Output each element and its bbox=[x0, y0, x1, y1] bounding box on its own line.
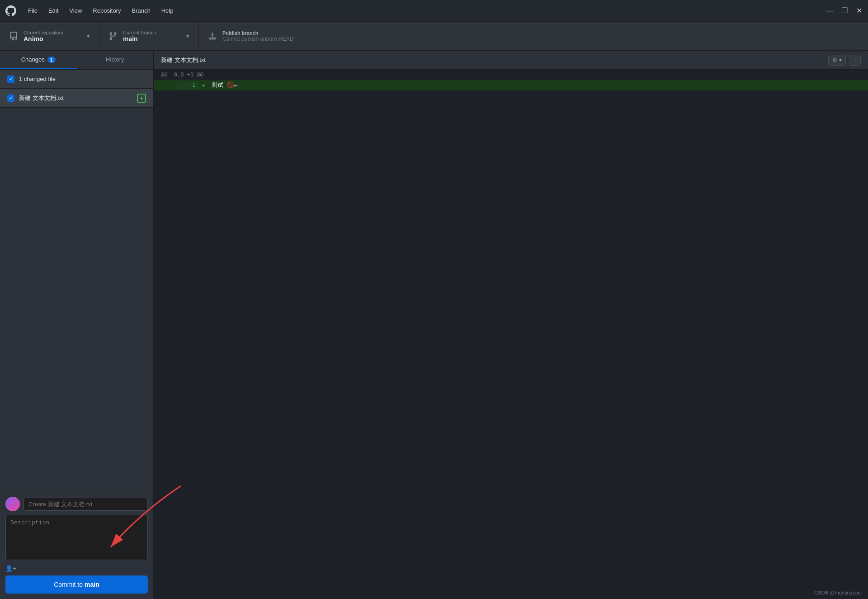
settings-icon: ⚙ bbox=[832, 57, 837, 63]
current-branch-section[interactable]: Current branch main ▾ bbox=[99, 22, 199, 50]
publish-subtitle: Cannot publish unborn HEAD bbox=[222, 36, 293, 42]
list-item[interactable]: ✓ 新建 文本文档.txt + bbox=[0, 89, 153, 108]
diff-line-num-old bbox=[154, 84, 176, 86]
diff-area: 新建 文本文档.txt ⚙ ▾ + @@ -0,0 +1 @@ 1 + 测试 🚫… bbox=[154, 51, 868, 599]
menu-file[interactable]: File bbox=[24, 5, 42, 16]
branch-text-group: Current branch main bbox=[123, 30, 156, 43]
commit-title-row bbox=[5, 497, 148, 511]
diff-settings-button[interactable]: ⚙ ▾ bbox=[828, 55, 846, 66]
add-coauthor-button[interactable]: 👤+ bbox=[5, 565, 16, 572]
diff-filename: 新建 文本文档.txt bbox=[161, 56, 206, 64]
changes-badge: 1 bbox=[47, 57, 56, 63]
changed-files-count: 1 changed file bbox=[19, 76, 56, 82]
repo-label: Current repository bbox=[24, 30, 63, 35]
menu-help[interactable]: Help bbox=[157, 5, 178, 16]
maximize-button[interactable]: ❐ bbox=[841, 7, 848, 14]
changed-files-header: ✓ 1 changed file bbox=[0, 70, 153, 89]
menu-view[interactable]: View bbox=[65, 5, 86, 16]
watermark: CSDN @FightingLod bbox=[814, 590, 861, 595]
window-controls: — ❐ ✕ bbox=[826, 7, 863, 14]
close-button[interactable]: ✕ bbox=[855, 7, 863, 14]
diff-line-sign: + bbox=[199, 81, 208, 90]
commit-footer: 👤+ bbox=[5, 565, 148, 572]
coauthor-icon: 👤+ bbox=[5, 565, 16, 572]
commit-button-branch: main bbox=[85, 581, 99, 588]
tab-history[interactable]: History bbox=[77, 51, 154, 69]
settings-dropdown-icon: ▾ bbox=[839, 57, 842, 63]
menu-repository[interactable]: Repository bbox=[88, 5, 125, 16]
diff-line-num-new: 1 bbox=[176, 81, 199, 89]
branch-dropdown-icon: ▾ bbox=[186, 33, 189, 39]
diff-hunk-header: @@ -0,0 +1 @@ bbox=[154, 70, 868, 80]
menu-edit[interactable]: Edit bbox=[44, 5, 63, 16]
publish-text-group: Publish branch Cannot publish unborn HEA… bbox=[222, 30, 293, 42]
tab-changes-label: Changes bbox=[21, 56, 45, 63]
repo-name: Animo bbox=[24, 35, 63, 43]
github-logo-icon bbox=[5, 5, 16, 16]
diff-line-added: 1 + 测试 🚫↵ bbox=[154, 80, 868, 90]
commit-button[interactable]: Commit to main bbox=[5, 575, 148, 594]
toolbar: Current repository Animo ▾ Current branc… bbox=[0, 22, 868, 51]
repo-dropdown-icon: ▾ bbox=[87, 33, 90, 39]
repo-icon bbox=[9, 32, 18, 41]
current-repo-section[interactable]: Current repository Animo ▾ bbox=[0, 22, 99, 50]
tab-history-label: History bbox=[106, 56, 124, 63]
expand-icon: + bbox=[854, 57, 857, 63]
file-name: 新建 文本文档.txt bbox=[19, 94, 132, 102]
commit-title-input[interactable] bbox=[24, 498, 148, 511]
diff-actions: ⚙ ▾ + bbox=[828, 55, 861, 66]
avatar-image bbox=[5, 497, 20, 511]
menu-bar: File Edit View Repository Branch Help bbox=[24, 5, 178, 16]
menu-branch[interactable]: Branch bbox=[127, 5, 155, 16]
tab-changes[interactable]: Changes 1 bbox=[0, 51, 77, 69]
file-checkbox[interactable]: ✓ bbox=[7, 95, 14, 102]
commit-button-prefix: Commit to bbox=[54, 581, 83, 588]
diff-content: @@ -0,0 +1 @@ 1 + 测试 🚫↵ bbox=[154, 70, 868, 599]
diff-line-code: 测试 🚫↵ bbox=[208, 80, 868, 90]
commit-area: 👤+ Commit to main bbox=[0, 491, 153, 599]
branch-label: Current branch bbox=[123, 30, 156, 35]
sidebar-tabs: Changes 1 History bbox=[0, 51, 153, 70]
file-list: ✓ 新建 文本文档.txt + bbox=[0, 89, 153, 491]
file-added-icon: + bbox=[137, 94, 146, 103]
publish-branch-section[interactable]: Publish branch Cannot publish unborn HEA… bbox=[199, 22, 868, 50]
sidebar: Changes 1 History ✓ 1 changed file ✓ 新建 … bbox=[0, 51, 154, 599]
titlebar: File Edit View Repository Branch Help — … bbox=[0, 0, 868, 22]
commit-description-input[interactable] bbox=[5, 515, 148, 560]
publish-icon bbox=[208, 32, 217, 41]
branch-name: main bbox=[123, 35, 156, 43]
avatar bbox=[5, 497, 20, 511]
main-layout: Changes 1 History ✓ 1 changed file ✓ 新建 … bbox=[0, 51, 868, 599]
repo-text-group: Current repository Animo bbox=[24, 30, 63, 43]
branch-icon bbox=[108, 32, 118, 41]
select-all-checkbox[interactable]: ✓ bbox=[7, 76, 14, 83]
minimize-button[interactable]: — bbox=[826, 7, 834, 14]
diff-header: 新建 文本文档.txt ⚙ ▾ + bbox=[154, 51, 868, 70]
diff-expand-button[interactable]: + bbox=[849, 55, 861, 66]
publish-label: Publish branch bbox=[222, 30, 293, 36]
